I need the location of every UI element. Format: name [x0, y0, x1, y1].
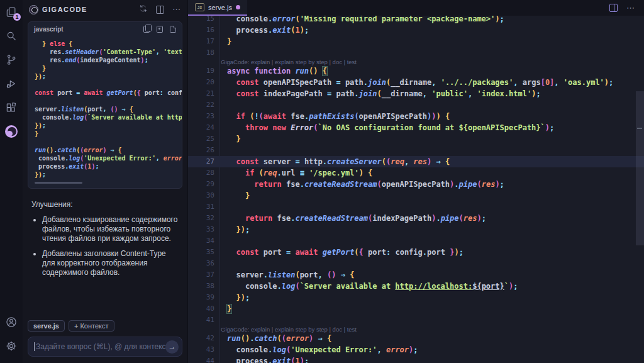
code-line[interactable]: [35, 97, 182, 105]
chat-code-block: javascript } else { res.setHeader('Conte…: [28, 21, 182, 189]
code-line[interactable]: 28 if (req.url ≡ '/spec.yml') {: [188, 167, 644, 179]
gigacode-logo-icon: [5, 125, 18, 138]
code-line[interactable]: [35, 81, 182, 89]
code-line[interactable]: 43 console.log('Unexpected Error:', erro…: [188, 344, 644, 355]
context-file-chip[interactable]: serve.js: [28, 320, 65, 332]
code-text: console.log(`Server available at http://…: [214, 281, 518, 292]
code-line[interactable]: 44 process.exit(1);: [188, 355, 644, 363]
line-number: 18: [188, 47, 214, 59]
code-line[interactable]: 40}: [188, 303, 644, 315]
code-line[interactable]: 23 if (!(await fse.pathExists(openAPISpe…: [188, 111, 644, 122]
code-line[interactable]: 39 });: [188, 292, 644, 303]
insert-into-file-icon[interactable]: [170, 26, 176, 33]
add-context-chip[interactable]: + Контекст: [69, 320, 114, 332]
source-control-icon[interactable]: [4, 53, 18, 67]
editor-vscrollbar[interactable]: [636, 91, 644, 245]
code-line[interactable]: 29 return fse.createReadStream(openAPISp…: [188, 179, 644, 190]
code-line[interactable]: 33 });: [188, 224, 644, 235]
code-line[interactable]: 34: [188, 235, 644, 247]
code-text: [214, 235, 227, 247]
code-line[interactable]: 21 const indexPagePath = path.join(__dir…: [188, 88, 644, 99]
code-line[interactable]: 22: [188, 99, 644, 111]
code-text: console.log(`Server available at http://…: [35, 113, 182, 121]
panel-title: GIGACODE: [42, 6, 87, 13]
code-line[interactable]: 35 const port = await getPort({ port: co…: [188, 247, 644, 258]
text-caret: [34, 342, 35, 351]
code-line[interactable]: });: [35, 121, 182, 130]
line-number: 25: [188, 133, 214, 145]
code-line[interactable]: 16 process.exit(1);: [188, 25, 644, 36]
code-text: const indexPagePath = path.join(__dirnam…: [214, 88, 541, 99]
tab-serve-js[interactable]: JS serve.js: [188, 0, 247, 16]
code-line[interactable]: 18: [188, 47, 644, 59]
line-number: 34: [188, 235, 214, 247]
code-line[interactable]: } else {: [35, 40, 182, 48]
extensions-icon[interactable]: [4, 101, 18, 114]
code-text: [214, 99, 227, 111]
code-line[interactable]: });: [35, 170, 182, 179]
panel-split-icon[interactable]: [156, 6, 164, 14]
code-text: });: [35, 170, 46, 179]
code-line[interactable]: 31: [188, 201, 644, 213]
code-line[interactable]: 20 const openAPISpecPath = path.join(__d…: [188, 77, 644, 88]
chat-input[interactable]: Задайте вопрос (⌘L), @ для контекста →: [28, 337, 182, 357]
code-line[interactable]: 41: [188, 315, 644, 326]
code-text: const openAPISpecPath = path.join(__dirn…: [214, 77, 613, 88]
code-line[interactable]: 25 }: [188, 133, 644, 145]
split-editor-icon[interactable]: [609, 4, 618, 12]
modified-dot-icon[interactable]: [236, 5, 240, 9]
code-line[interactable]: console.log('Unexpected Error:', error);: [35, 154, 182, 162]
copy-code-icon[interactable]: [143, 26, 150, 33]
code-line[interactable]: 24 throw new Error(`No OAS configuration…: [188, 122, 644, 133]
gigacode-activity-icon[interactable]: [4, 125, 18, 138]
code-line[interactable]: res.end(indexPageContent);: [35, 56, 182, 64]
code-line[interactable]: run().catch((error) ⇒ {: [35, 146, 182, 154]
code-line[interactable]: 38 console.log(`Server available at http…: [188, 281, 644, 292]
codelens-actions[interactable]: GigaCode: explain | explain step by step…: [188, 59, 644, 65]
gigacode-header-logo-icon: [29, 5, 38, 14]
code-line[interactable]: 17}: [188, 36, 644, 47]
tab-bar: JS serve.js ⋯: [188, 0, 644, 16]
line-number: 30: [188, 190, 214, 201]
explorer-icon[interactable]: 1: [4, 5, 18, 19]
chat-response-area: javascript } else { res.setHeader('Conte…: [23, 19, 187, 320]
line-number: 20: [188, 77, 214, 88]
codelens-actions[interactable]: GigaCode: explain | explain step by step…: [188, 326, 644, 333]
code-line[interactable]: 26: [188, 145, 644, 156]
improvement-item: Добавлено кэширование содержимого файлов…: [42, 215, 179, 243]
code-line[interactable]: server.listen(port, () ⇒ {: [35, 105, 182, 113]
settings-gear-icon[interactable]: [4, 339, 18, 353]
insert-at-cursor-icon[interactable]: [157, 26, 163, 33]
code-line[interactable]: res.setHeader('Content-Type', 'text/htm: [35, 48, 182, 56]
code-line[interactable]: console.log(`Server available at http://…: [35, 113, 182, 121]
code-line[interactable]: 42run().catch((error) ⇒ {: [188, 333, 644, 344]
send-button[interactable]: →: [165, 340, 179, 354]
panel-more-actions-icon[interactable]: ⋯: [172, 6, 181, 13]
code-text: }: [214, 36, 231, 47]
code-line[interactable]: 30 }: [188, 190, 644, 201]
account-icon[interactable]: [4, 315, 18, 329]
new-session-icon[interactable]: [138, 4, 148, 16]
code-text: [214, 47, 227, 59]
code-line[interactable]: 27 const server = http.createServer((req…: [188, 156, 644, 167]
code-text: return fse.createReadStream(openAPISpecP…: [214, 179, 504, 190]
code-line[interactable]: 37 server.listen(port, () ⇒ {: [188, 269, 644, 281]
code-line[interactable]: }: [35, 130, 182, 138]
editor-more-actions-icon[interactable]: ⋯: [626, 5, 635, 11]
code-line[interactable]: }: [35, 64, 182, 72]
search-icon[interactable]: [4, 29, 18, 43]
run-debug-icon[interactable]: [4, 77, 18, 91]
code-line[interactable]: 32 return fse.createReadStream(indexPage…: [188, 213, 644, 224]
code-block-hscrollbar[interactable]: [35, 182, 82, 184]
code-line[interactable]: 19async function run() {: [188, 65, 644, 77]
line-number: 38: [188, 281, 214, 292]
code-line[interactable]: [35, 138, 182, 146]
code-line[interactable]: const port = await getPort({ port: confi…: [35, 89, 182, 97]
code-line[interactable]: 15 console.error('Missing required param…: [188, 16, 644, 25]
line-number: 15: [188, 16, 214, 25]
code-area[interactable]: 15 console.error('Missing required param…: [188, 16, 644, 363]
code-line[interactable]: process.exit(1);: [35, 162, 182, 170]
code-line[interactable]: 36: [188, 258, 644, 269]
line-number: 36: [188, 258, 214, 269]
code-line[interactable]: });: [35, 72, 182, 81]
